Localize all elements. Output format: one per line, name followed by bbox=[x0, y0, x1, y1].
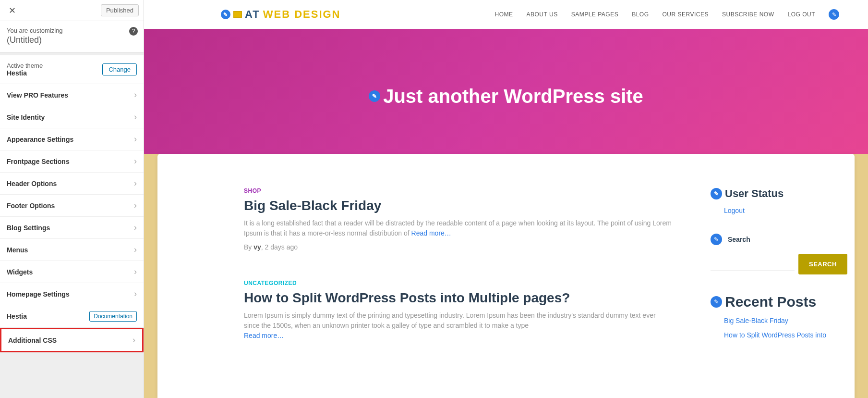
nav-link-logout[interactable]: LOG OUT bbox=[787, 11, 815, 18]
widget-title: ✎ User Status bbox=[711, 187, 831, 200]
chevron-right-icon: › bbox=[134, 267, 137, 277]
hero-title: ✎ Just another WordPress site bbox=[369, 86, 643, 107]
search-row: SEARCH bbox=[711, 254, 831, 274]
site-preview: ✎ AT WEB DESIGN HOME ABOUT US SAMPLE PAG… bbox=[144, 0, 868, 398]
chevron-right-icon: › bbox=[134, 223, 137, 233]
logo-mark-icon bbox=[233, 11, 242, 18]
edit-widget-icon[interactable]: ✎ bbox=[711, 234, 722, 245]
hero-title-text: Just another WordPress site bbox=[383, 86, 643, 107]
content-wrap: SHOP Big Sale-Black Friday It is a long … bbox=[144, 154, 868, 398]
chevron-right-icon: › bbox=[134, 156, 137, 166]
sidebar-item-frontpage[interactable]: Frontpage Sections› bbox=[0, 150, 144, 173]
post-author[interactable]: vy bbox=[253, 243, 261, 251]
logout-link[interactable]: Logout bbox=[724, 207, 831, 214]
sidebar-widgets: ✎ User Status Logout ✎ Search SEARCH bbox=[711, 187, 831, 398]
sidebar-item-label: Additional CSS bbox=[8, 336, 57, 344]
help-icon[interactable]: ? bbox=[129, 27, 138, 36]
chevron-right-icon: › bbox=[133, 335, 135, 345]
sidebar-item-blog-settings[interactable]: Blog Settings› bbox=[0, 217, 144, 239]
search-input[interactable] bbox=[711, 257, 795, 271]
sidebar-menu: View PRO Features› Site Identity› Appear… bbox=[0, 84, 144, 352]
nav-link-about[interactable]: ABOUT US bbox=[527, 11, 558, 18]
post-excerpt: Lorem Ipsum is simply dummy text of the … bbox=[244, 311, 672, 341]
sidebar-item-footer-options[interactable]: Footer Options› bbox=[0, 195, 144, 217]
sidebar-item-menus[interactable]: Menus› bbox=[0, 239, 144, 261]
customizer-sidebar: ✕ Published You are customizing (Untitle… bbox=[0, 0, 144, 398]
post-category[interactable]: SHOP bbox=[244, 187, 672, 194]
sidebar-item-label: Menus bbox=[7, 246, 28, 254]
read-more-link[interactable]: Read more… bbox=[411, 229, 451, 237]
post-excerpt-text: It is a long established fact that a rea… bbox=[244, 219, 672, 237]
post-title[interactable]: Big Sale-Black Friday bbox=[244, 198, 672, 213]
widget-title-text: User Status bbox=[725, 187, 784, 200]
sidebar-item-additional-css[interactable]: Additional CSS› bbox=[0, 328, 144, 352]
chevron-right-icon: › bbox=[134, 134, 137, 144]
sidebar-item-label: Frontpage Sections bbox=[7, 158, 70, 165]
sidebar-item-site-identity[interactable]: Site Identity› bbox=[0, 106, 144, 128]
post-excerpt-text: Lorem Ipsum is simply dummy text of the … bbox=[244, 311, 656, 329]
active-theme-label: Active theme bbox=[7, 62, 43, 69]
logo-text-at: AT bbox=[245, 8, 260, 21]
chevron-right-icon: › bbox=[134, 245, 137, 255]
post-date: , 2 days ago bbox=[261, 243, 298, 251]
customizing-label: You are customizing bbox=[7, 27, 137, 34]
recent-post-link[interactable]: How to Split WordPress Posts into bbox=[724, 331, 831, 339]
sidebar-item-label: Homepage Settings bbox=[7, 290, 70, 298]
read-more-link[interactable]: Read more… bbox=[244, 332, 284, 339]
site-navbar: ✎ AT WEB DESIGN HOME ABOUT US SAMPLE PAG… bbox=[144, 0, 868, 29]
post-excerpt: It is a long established fact that a rea… bbox=[244, 218, 672, 238]
nav-links: HOME ABOUT US SAMPLE PAGES BLOG OUR SERV… bbox=[495, 9, 839, 20]
edit-widget-icon[interactable]: ✎ bbox=[711, 296, 722, 308]
sidebar-item-label: Widgets bbox=[7, 268, 33, 276]
sidebar-item-homepage-settings[interactable]: Homepage Settings› bbox=[0, 283, 144, 305]
chevron-right-icon: › bbox=[134, 289, 137, 299]
nav-link-services[interactable]: OUR SERVICES bbox=[663, 11, 709, 18]
search-button[interactable]: SEARCH bbox=[798, 254, 847, 274]
meta-by: By bbox=[244, 243, 253, 251]
documentation-button[interactable]: Documentation bbox=[89, 311, 137, 322]
chevron-right-icon: › bbox=[134, 90, 137, 100]
nav-link-home[interactable]: HOME bbox=[495, 11, 513, 18]
post-title[interactable]: How to Split WordPress Posts into Multip… bbox=[244, 290, 672, 306]
sidebar-item-hestia[interactable]: HestiaDocumentation bbox=[0, 305, 144, 328]
post-item: SHOP Big Sale-Black Friday It is a long … bbox=[244, 187, 672, 251]
post-category[interactable]: UNCATEGORIZED bbox=[244, 280, 672, 286]
chevron-right-icon: › bbox=[134, 112, 137, 122]
sidebar-item-widgets[interactable]: Widgets› bbox=[0, 261, 144, 283]
close-customizer-button[interactable]: ✕ bbox=[5, 3, 19, 18]
sidebar-item-label: View PRO Features bbox=[7, 91, 68, 99]
sidebar-item-label: Header Options bbox=[7, 180, 57, 187]
sidebar-item-label: Appearance Settings bbox=[7, 136, 73, 143]
main-column: SHOP Big Sale-Black Friday It is a long … bbox=[244, 187, 672, 398]
sidebar-item-label: Hestia bbox=[7, 312, 27, 320]
sidebar-topbar: ✕ Published bbox=[0, 0, 144, 21]
site-logo[interactable]: ✎ AT WEB DESIGN bbox=[221, 8, 341, 21]
sidebar-item-header-options[interactable]: Header Options› bbox=[0, 173, 144, 195]
sidebar-header: You are customizing (Untitled) ? bbox=[0, 21, 144, 52]
chevron-right-icon: › bbox=[134, 178, 137, 188]
edit-nav-icon[interactable]: ✎ bbox=[829, 9, 839, 20]
active-theme-row: Active theme Hestia Change bbox=[0, 55, 144, 84]
change-theme-button[interactable]: Change bbox=[102, 63, 137, 75]
nav-link-sample-pages[interactable]: SAMPLE PAGES bbox=[571, 11, 618, 18]
sidebar-item-label: Site Identity bbox=[7, 113, 45, 121]
active-theme-name: Hestia bbox=[7, 69, 43, 77]
widget-search: ✎ Search SEARCH bbox=[711, 234, 831, 274]
logo-text-wd: WEB DESIGN bbox=[263, 8, 341, 21]
widget-recent-posts: ✎ Recent Posts Big Sale-Black Friday How… bbox=[711, 294, 831, 339]
recent-post-link[interactable]: Big Sale-Black Friday bbox=[724, 317, 831, 324]
sidebar-item-pro-features[interactable]: View PRO Features› bbox=[0, 84, 144, 106]
sidebar-item-appearance[interactable]: Appearance Settings› bbox=[0, 128, 144, 150]
edit-hero-icon[interactable]: ✎ bbox=[369, 90, 380, 102]
nav-link-blog[interactable]: BLOG bbox=[632, 11, 649, 18]
post-meta: By vy, 2 days ago bbox=[244, 243, 672, 251]
site-title-label: (Untitled) bbox=[7, 35, 137, 45]
nav-link-subscribe[interactable]: SUBSCRIBE NOW bbox=[722, 11, 774, 18]
search-label: Search bbox=[728, 236, 750, 243]
published-status[interactable]: Published bbox=[101, 4, 139, 16]
post-item: UNCATEGORIZED How to Split WordPress Pos… bbox=[244, 280, 672, 341]
hero-banner: ✎ Just another WordPress site bbox=[144, 29, 868, 163]
edit-widget-icon[interactable]: ✎ bbox=[711, 188, 722, 199]
sidebar-item-label: Blog Settings bbox=[7, 224, 50, 232]
edit-icon[interactable]: ✎ bbox=[221, 10, 230, 19]
